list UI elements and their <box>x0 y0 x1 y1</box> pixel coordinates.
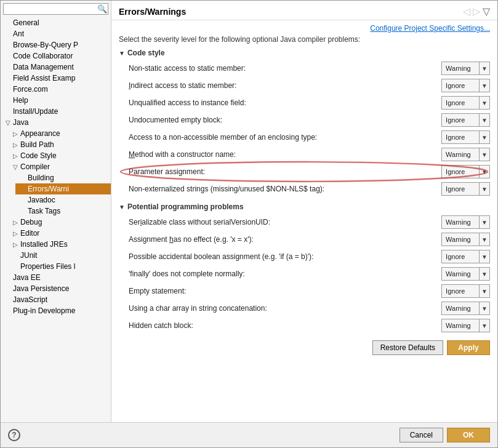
sidebar-item-javascript[interactable]: JavaScript <box>1 294 111 305</box>
sidebar-item-appearance[interactable]: ▷ Appearance <box>8 128 111 139</box>
content-body: Configure Project Specific Settings... S… <box>111 20 497 422</box>
dropdown-wrapper: Ignore ▼ <box>441 130 490 144</box>
sidebar-item-compiler[interactable]: ▽ Compiler <box>8 161 111 172</box>
sidebar-item-javadoc[interactable]: Javadoc <box>15 194 111 206</box>
dropdown-wrapper: Ignore ▼ <box>441 165 490 178</box>
dropdown-wrapper: Warning ▼ <box>441 319 490 332</box>
non-externalized-dropdown[interactable]: Ignore ▼ <box>441 182 490 196</box>
hidden-catch-dropdown[interactable]: Warning ▼ <box>441 319 490 332</box>
constructor-name-dropdown[interactable]: Warning ▼ <box>441 148 490 161</box>
sidebar-item-java[interactable]: ▽ Java <box>1 117 111 128</box>
sidebar-item-task-tags[interactable]: Task Tags <box>15 206 111 217</box>
non-static-access-dropdown[interactable]: Warning ▼ <box>441 62 490 75</box>
sidebar-item-data-management[interactable]: Data Management <box>1 62 111 73</box>
sidebar-item-code-collaborator[interactable]: Code Collaborator <box>1 50 111 62</box>
param-assignment-container: Parameter assignment: Ignore ▼ <box>119 163 490 180</box>
sidebar-item-ant[interactable]: Ant <box>1 28 111 39</box>
sidebar-item-forcecom[interactable]: Force.com <box>1 84 111 95</box>
content-title-row: Errors/Warnings ◁ ▷ ▽ <box>111 1 497 20</box>
sidebar-label: Debug <box>20 218 42 226</box>
sidebar-item-installed-jres[interactable]: ▷ Installed JREs <box>8 239 111 250</box>
section-title: Potential programming problems <box>127 202 244 211</box>
sidebar-item-code-style[interactable]: ▷ Code Style <box>8 150 111 161</box>
dropdown-wrapper: Ignore ▼ <box>441 113 490 127</box>
sidebar-label: Installed JREs <box>20 240 68 249</box>
footer-buttons: Cancel OK <box>400 428 490 442</box>
dropdown-value: Warning <box>442 151 479 158</box>
finally-dropdown[interactable]: Warning ▼ <box>441 267 490 281</box>
sidebar-item-debug[interactable]: ▷ Debug <box>8 217 111 228</box>
sidebar-item-building[interactable]: Building <box>15 172 111 183</box>
sidebar-item-build-path[interactable]: ▷ Build Path <box>8 139 111 150</box>
row-boolean-assignment: Possible accidental boolean assignment (… <box>119 248 490 265</box>
apply-button[interactable]: Apply <box>447 340 490 355</box>
row-label: Assignment has no effect (e.g. 'x = x'): <box>129 235 441 244</box>
dropdown-value: Ignore <box>442 99 479 106</box>
dropdown-wrapper: Ignore ▼ <box>441 182 490 196</box>
row-hidden-catch: Hidden catch block: Warning ▼ <box>119 317 490 334</box>
assignment-effect-dropdown[interactable]: Warning ▼ <box>441 233 490 246</box>
restore-defaults-button[interactable]: Restore Defaults <box>372 340 443 355</box>
sidebar-label: Task Tags <box>28 207 60 215</box>
dropdown-wrapper: Warning ▼ <box>441 62 490 75</box>
row-label: Using a char array in string concatenati… <box>129 304 441 313</box>
expand-icon: ▷ <box>13 241 20 248</box>
dropdown-arrow-icon: ▼ <box>479 62 489 74</box>
unqualified-access-dropdown[interactable]: Ignore ▼ <box>441 96 490 110</box>
dropdown-arrow-icon: ▼ <box>479 302 489 314</box>
sidebar-item-help[interactable]: Help <box>1 95 111 106</box>
section-collapse-icon[interactable]: ▼ <box>119 204 125 210</box>
help-button[interactable]: ? <box>8 429 20 441</box>
dropdown-arrow-icon: ▼ <box>479 250 489 263</box>
non-accessible-dropdown[interactable]: Ignore ▼ <box>441 130 490 144</box>
dropdown-value: Ignore <box>442 185 479 193</box>
sidebar-item-browse-by-query[interactable]: Browse-By-Query P <box>1 39 111 50</box>
row-label: Parameter assignment: <box>129 167 441 176</box>
dialog-footer: ? Cancel OK <box>1 422 497 447</box>
ok-button[interactable]: OK <box>447 428 490 442</box>
sidebar-item-properties-files[interactable]: Properties Files l <box>8 261 111 272</box>
sidebar-label: JUnit <box>20 251 37 260</box>
section-collapse-icon[interactable]: ▼ <box>119 50 125 57</box>
dropdown-arrow-icon: ▼ <box>479 233 489 246</box>
sidebar-item-general[interactable]: General <box>1 17 111 28</box>
boolean-assignment-dropdown[interactable]: Ignore ▼ <box>441 250 490 263</box>
row-empty-statement: Empty statement: Ignore ▼ <box>119 282 490 300</box>
nav-down-icon[interactable]: ▽ <box>483 6 490 17</box>
main-content: Errors/Warnings ◁ ▷ ▽ Configure Project … <box>111 1 497 422</box>
sidebar-label: Java EE <box>13 273 41 282</box>
nav-back-icon[interactable]: ◁ <box>463 6 470 17</box>
param-assignment-dropdown[interactable]: Ignore ▼ <box>441 165 490 178</box>
sidebar-item-java-ee[interactable]: Java EE <box>1 272 111 283</box>
dropdown-arrow-icon: ▼ <box>479 148 489 161</box>
dropdown-value: Warning <box>442 236 479 243</box>
sidebar-item-java-persistence[interactable]: Java Persistence <box>1 283 111 294</box>
row-char-array: Using a char array in string concatenati… <box>119 300 490 317</box>
serializable-dropdown[interactable]: Warning ▼ <box>441 215 490 229</box>
search-input[interactable] <box>5 5 97 14</box>
configure-link[interactable]: Configure Project Specific Settings... <box>370 24 490 33</box>
sidebar-item-editor[interactable]: ▷ Editor <box>8 228 111 239</box>
sidebar-item-install-update[interactable]: Install/Update <box>1 106 111 117</box>
dropdown-arrow-icon: ▼ <box>479 183 489 195</box>
search-box[interactable]: 🔍 <box>3 3 108 15</box>
sidebar-item-errors-warnings[interactable]: Errors/Warni <box>15 183 111 194</box>
dropdown-wrapper: Warning ▼ <box>441 302 490 315</box>
row-constructor-name: Method with a constructor name: Warning … <box>119 146 490 163</box>
sidebar-item-plug-in[interactable]: Plug-in Developme <box>1 305 111 316</box>
sidebar-item-junit[interactable]: JUnit <box>8 250 111 261</box>
sidebar-item-field-assist[interactable]: Field Assist Examp <box>1 73 111 84</box>
row-label: Possible accidental boolean assignment (… <box>129 252 441 261</box>
char-array-dropdown[interactable]: Warning ▼ <box>441 302 490 315</box>
row-label: Access to a non-accessible member of an … <box>129 133 441 142</box>
undocumented-block-dropdown[interactable]: Ignore ▼ <box>441 113 490 127</box>
sidebar-label: Code Style <box>20 151 57 160</box>
empty-statement-dropdown[interactable]: Ignore ▼ <box>441 284 490 298</box>
dropdown-value: Ignore <box>442 134 479 141</box>
nav-forward-icon[interactable]: ▷ <box>473 6 480 17</box>
cancel-button[interactable]: Cancel <box>400 428 443 442</box>
row-undocumented-block: Undocumented empty block: Ignore ▼ <box>119 111 490 129</box>
dropdown-value: Warning <box>442 218 479 226</box>
indirect-access-dropdown[interactable]: Ignore ▼ <box>441 79 490 92</box>
dropdown-arrow-icon: ▼ <box>479 166 489 178</box>
